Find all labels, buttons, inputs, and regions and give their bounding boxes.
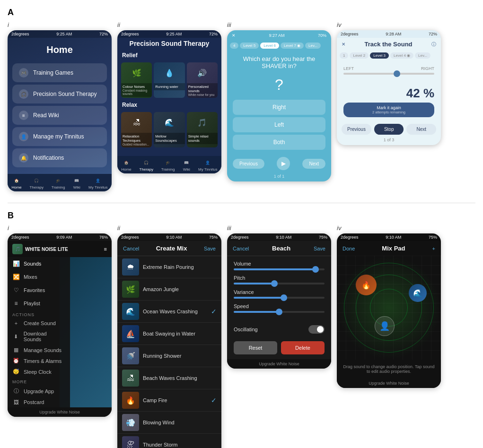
nav-sounds[interactable]: 📊 Sounds — [8, 257, 70, 270]
prev-button-iv[interactable]: Previous — [342, 124, 371, 135]
sound-item-6[interactable]: 🔥 Camp Fire ✓ — [117, 389, 221, 412]
relax-card-0[interactable]: 🏖 Relaxation Techniques Guided relaxatio… — [121, 112, 152, 147]
relax-card-2[interactable]: 🎵 Simple relaxi sounds — [187, 112, 218, 147]
phone-b-iii: 2degrees 9:10 AM 75% Cancel Beach Save V… — [227, 233, 331, 369]
level-tab-4[interactable]: 4 — [230, 43, 238, 49]
sound-item-5[interactable]: 🏖 Beach Waves Crashing — [117, 367, 221, 389]
mark-again-button[interactable]: Mark it again 2 attempts remaining — [343, 103, 434, 117]
section-divider — [8, 203, 475, 203]
add-sound-button[interactable]: + — [432, 246, 435, 251]
upgrade-bar-b-iv[interactable]: Upgrade White Noise — [337, 379, 441, 388]
sound-item-8[interactable]: ⛈ Thunder Storm — [117, 434, 221, 448]
tab-home-ii[interactable]: 🏠 Home — [121, 159, 131, 172]
save-button-iii[interactable]: Save — [314, 246, 325, 251]
track-level-3[interactable]: Level 3 — [370, 52, 389, 59]
identify-close-icon[interactable]: ✕ — [232, 33, 236, 38]
relief-card-0[interactable]: 🌿 Colour Noises Constant masking sounds — [121, 62, 152, 98]
delete-button[interactable]: Delete — [281, 341, 325, 354]
save-button-ii[interactable]: Save — [204, 246, 216, 251]
tab-training[interactable]: 🎓 Training — [52, 177, 65, 190]
prev-button-iii[interactable]: Previous — [233, 159, 264, 169]
nav-favorites[interactable]: ♡ Favorites — [8, 284, 70, 297]
nav-mixes[interactable]: 🔀 Mixes — [8, 270, 70, 284]
tab-therapy[interactable]: 🎧 Therapy — [30, 177, 44, 190]
menu-item-tinnitus[interactable]: 👤 Manage my Tinnitus — [12, 127, 107, 146]
next-button-iv[interactable]: Next — [406, 124, 436, 135]
sound-item-7[interactable]: 💨 Blowing Wind — [117, 412, 221, 434]
pitch-slider[interactable] — [234, 283, 325, 284]
sound-item-0[interactable]: 🌧 Extreme Rain Pouring — [117, 256, 221, 278]
track-slider-thumb[interactable] — [394, 70, 400, 77]
track-slider[interactable] — [343, 73, 434, 75]
variance-slider[interactable] — [234, 297, 325, 299]
volume-slider[interactable] — [234, 268, 325, 270]
relax-card-1[interactable]: 🌊 Mellow Soundscapes — [154, 112, 184, 147]
track-level-2[interactable]: Level 2 — [350, 52, 369, 59]
action-upgrade-app[interactable]: ⓘ Upgrade App — [8, 385, 70, 397]
level-tab-5[interactable]: Level 5 — [240, 43, 259, 49]
relief-card-2[interactable]: 🔊 Personalized sounds White noise for yo… — [187, 62, 218, 98]
sound-item-4[interactable]: 🚿 Running Shower — [117, 345, 221, 367]
relief-card-1[interactable]: 💧 Running water — [154, 62, 184, 98]
tab-my-tinnitus[interactable]: 👤 My Tinnitus — [88, 177, 107, 190]
upgrade-bar-b-iii[interactable]: Upgrade White Noise — [227, 359, 331, 369]
beach-header: Cancel Beach Save — [227, 241, 331, 256]
hamburger-icon[interactable]: ≡ — [104, 246, 107, 252]
next-button-iii[interactable]: Next — [302, 159, 325, 169]
option-left[interactable]: Left — [233, 117, 325, 132]
level-tab-more[interactable]: Lev... — [305, 43, 321, 49]
volume-thumb[interactable] — [312, 266, 319, 273]
sound-item-2[interactable]: 🌊 Ocean Waves Crashing ✓ — [117, 301, 221, 323]
mixpad-header: Done Mix Pad + — [337, 241, 441, 256]
sound-thumb-2: 🌊 — [122, 303, 139, 320]
cancel-button-iii[interactable]: Cancel — [233, 246, 249, 251]
action-sleep-clock[interactable]: 😴 Sleep Clock — [8, 366, 70, 377]
track-info-icon[interactable]: ⓘ — [431, 41, 436, 48]
status-bar-b-iv: 2degrees 9:10 AM 75% — [337, 233, 441, 241]
action-manage-sounds[interactable]: ▦ Manage Sounds — [8, 345, 70, 355]
tab-wiki[interactable]: 📖 Wiki — [73, 177, 80, 190]
sound-thumb-1: 🌿 — [122, 281, 139, 298]
action-download-sounds[interactable]: ⬇ Download Sounds — [8, 328, 70, 345]
cancel-button-ii[interactable]: Cancel — [123, 246, 139, 251]
action-postcard[interactable]: 🖼 Postcard — [8, 397, 70, 407]
nav-playlist[interactable]: ≡ Playlist — [8, 297, 70, 310]
level-tab-7[interactable]: Level 7 ◉ — [281, 43, 304, 49]
tab-home[interactable]: 🏠 Home — [11, 177, 21, 190]
tab-tinnitus-ii[interactable]: 👤 My Tinnitus — [198, 159, 217, 172]
sound-item-1[interactable]: 🌿 Amazon Jungle — [117, 278, 221, 301]
variance-thumb[interactable] — [281, 294, 287, 301]
option-right[interactable]: Right — [233, 100, 325, 115]
tab-therapy-ii[interactable]: 🎧 Therapy — [140, 159, 153, 172]
menu-item-pst[interactable]: 🎧 Precision Sound Therapy — [12, 85, 107, 103]
reset-button[interactable]: Reset — [234, 341, 277, 354]
level-tab-6[interactable]: Level 6 — [260, 43, 279, 49]
upgrade-icon: ⓘ — [12, 388, 20, 395]
track-close-icon[interactable]: ✕ — [342, 42, 345, 47]
upgrade-bar-b-i[interactable]: Upgrade White Noise — [8, 407, 112, 417]
menu-item-wiki[interactable]: ≡ Read Wiki — [12, 106, 107, 125]
bubble-fire[interactable]: 🔥 — [356, 275, 377, 295]
status-bar-a-ii: 2degrees 9:25 AM 72% — [117, 30, 221, 38]
track-level-more[interactable]: Lev... — [415, 52, 430, 59]
action-timers[interactable]: ⏰ Timers & Alarms — [8, 355, 70, 366]
track-level-4[interactable]: Level 4 ◉ — [390, 52, 413, 59]
pitch-thumb[interactable] — [271, 280, 278, 287]
relief-card-2-sub: White noise for you — [188, 93, 216, 96]
menu-item-training-games[interactable]: 🎮 Training Games — [12, 63, 107, 82]
done-button[interactable]: Done — [342, 246, 355, 251]
speed-slider[interactable] — [234, 311, 325, 313]
stop-button[interactable]: Stop — [374, 124, 404, 135]
option-both[interactable]: Both — [233, 135, 325, 150]
tab-training-ii[interactable]: 🎓 Training — [161, 159, 175, 172]
action-create-sound[interactable]: + Create Sound — [8, 318, 70, 328]
menu-item-notifications[interactable]: 🔔 Notifications — [12, 148, 107, 167]
play-button-iii[interactable]: ▶ — [277, 157, 290, 170]
bubble-person[interactable]: 👤 — [375, 316, 395, 336]
sound-item-3[interactable]: ⛵ Boat Swaying in Water — [117, 323, 221, 345]
oscillating-toggle[interactable] — [308, 325, 325, 334]
track-level-1[interactable]: 1 — [340, 52, 348, 59]
speed-thumb[interactable] — [276, 309, 282, 315]
bubble-ocean[interactable]: 🌊 — [409, 284, 427, 302]
tab-wiki-ii[interactable]: 📖 Wiki — [183, 159, 190, 172]
